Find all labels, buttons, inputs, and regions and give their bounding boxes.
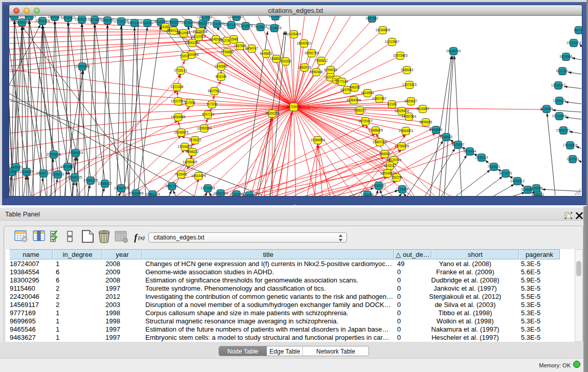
svg-text:10655267: 10655267	[75, 17, 90, 21]
svg-text:62160: 62160	[387, 102, 397, 106]
svg-text:9245065: 9245065	[530, 186, 543, 190]
svg-text:11325419: 11325419	[287, 32, 301, 36]
svg-text:12975115: 12975115	[402, 83, 417, 86]
svg-text:2242845: 2242845	[215, 64, 228, 68]
svg-text:8912954: 8912954	[178, 31, 190, 35]
svg-text:10543382: 10543382	[185, 41, 200, 45]
svg-text:3267110: 3267110	[202, 113, 214, 116]
svg-text:18055130: 18055130	[15, 20, 30, 24]
svg-text:1640954: 1640954	[430, 128, 443, 132]
svg-text:14957564: 14957564	[402, 115, 417, 118]
svg-text:1701050: 1701050	[361, 193, 374, 196]
svg-text:14136141: 14136141	[372, 184, 386, 187]
svg-text:18407299: 18407299	[373, 140, 387, 144]
svg-text:111745: 111745	[574, 28, 582, 32]
svg-text:16107554: 16107554	[171, 99, 186, 103]
svg-text:16961758: 16961758	[304, 51, 319, 55]
svg-text:12213967: 12213967	[385, 40, 400, 43]
svg-text:10719155: 10719155	[210, 22, 225, 26]
svg-text:9657791: 9657791	[166, 184, 179, 188]
svg-text:6794028: 6794028	[324, 68, 337, 72]
svg-text:1733426: 1733426	[396, 187, 409, 191]
svg-text:19605117: 19605117	[48, 16, 62, 18]
svg-text:14099489: 14099489	[183, 160, 198, 164]
svg-text:8427552: 8427552	[208, 89, 221, 93]
svg-text:117006: 117006	[207, 102, 217, 106]
svg-text:12093372: 12093372	[551, 83, 566, 87]
svg-text:7955812: 7955812	[315, 59, 328, 62]
svg-text:2718170: 2718170	[175, 69, 187, 72]
svg-text:7485063: 7485063	[401, 68, 413, 72]
svg-text:18640910: 18640910	[297, 41, 312, 45]
svg-text:7986372: 7986372	[354, 108, 366, 112]
svg-text:20206526: 20206526	[47, 152, 61, 156]
svg-text:7615524: 7615524	[141, 21, 154, 25]
svg-text:1362615: 1362615	[298, 65, 311, 69]
svg-text:9245065: 9245065	[243, 193, 256, 196]
svg-text:7632621: 7632621	[488, 165, 500, 168]
svg-text:1527602: 1527602	[89, 18, 101, 21]
svg-text:3578312: 3578312	[189, 138, 202, 142]
svg-text:15692971: 15692971	[556, 128, 571, 132]
svg-text:16648784: 16648784	[446, 49, 461, 53]
svg-text:16154808: 16154808	[376, 28, 390, 32]
svg-text:16210643: 16210643	[552, 114, 567, 118]
svg-text:6938923: 6938923	[440, 135, 453, 139]
svg-text:6879197: 6879197	[452, 143, 465, 146]
svg-text:8415054: 8415054	[269, 16, 282, 18]
svg-text:9463627: 9463627	[405, 99, 418, 103]
svg-text:6756855: 6756855	[221, 50, 234, 54]
svg-text:16292348: 16292348	[213, 191, 228, 195]
svg-text:17359924: 17359924	[69, 151, 83, 155]
svg-text:10653267: 10653267	[167, 20, 182, 24]
svg-text:2367608: 2367608	[234, 44, 247, 48]
svg-text:10807487: 10807487	[372, 97, 387, 100]
svg-text:12505135: 12505135	[68, 176, 82, 179]
svg-text:14055724: 14055724	[9, 16, 22, 18]
svg-text:10975887: 10975887	[60, 165, 75, 168]
svg-text:19654923: 19654923	[399, 129, 413, 133]
svg-text:13601251: 13601251	[22, 16, 37, 18]
svg-text:1167531: 1167531	[567, 157, 579, 161]
svg-text:746266: 746266	[349, 85, 360, 89]
svg-text:9646821: 9646821	[260, 52, 273, 55]
svg-text:20691406: 20691406	[35, 19, 50, 23]
svg-text:14120746: 14120746	[387, 158, 402, 162]
svg-text:2935114: 2935114	[475, 156, 488, 159]
svg-text:19384554: 19384554	[311, 138, 325, 142]
svg-text:2087682: 2087682	[366, 16, 379, 20]
svg-text:25300255: 25300255	[265, 112, 280, 115]
svg-text:8413054: 8413054	[200, 16, 212, 19]
svg-text:13716485: 13716485	[201, 186, 215, 190]
svg-text:7625402: 7625402	[175, 172, 188, 176]
svg-text:1546: 1546	[230, 37, 238, 41]
svg-text:252274: 252274	[391, 176, 402, 179]
svg-text:8990448: 8990448	[310, 70, 323, 74]
svg-text:3824554: 3824554	[361, 91, 374, 95]
svg-text:803144: 803144	[215, 75, 227, 78]
svg-text:f: f	[134, 232, 138, 243]
svg-text:15751074: 15751074	[567, 41, 581, 45]
svg-text:12156829: 12156829	[19, 170, 34, 173]
svg-text:17016504: 17016504	[563, 143, 578, 147]
svg-text:984067: 984067	[379, 152, 390, 156]
svg-text:10025438: 10025438	[395, 109, 409, 113]
svg-text:18127508: 18127508	[191, 35, 206, 38]
svg-text:9777169: 9777169	[336, 80, 349, 83]
svg-text:632203: 632203	[280, 59, 291, 63]
svg-text:1244415: 1244415	[553, 99, 566, 102]
svg-text:8471676: 8471676	[499, 171, 512, 175]
svg-text:16671355: 16671355	[224, 23, 239, 27]
svg-text:1615112: 1615112	[384, 164, 397, 167]
svg-text:8454747: 8454747	[246, 47, 258, 50]
svg-text:20364436: 20364436	[346, 98, 361, 102]
svg-text:15720407: 15720407	[358, 119, 373, 123]
svg-text:10653267: 10653267	[229, 16, 244, 18]
svg-text:12942737: 12942737	[36, 171, 51, 175]
svg-text:10958127: 10958127	[98, 182, 113, 185]
svg-text:17957225: 17957225	[83, 179, 98, 182]
svg-text:16919422: 16919422	[61, 16, 76, 19]
svg-text:12218506: 12218506	[267, 26, 282, 30]
svg-text:10782759: 10782759	[114, 186, 129, 190]
svg-text:1221338: 1221338	[171, 85, 184, 89]
